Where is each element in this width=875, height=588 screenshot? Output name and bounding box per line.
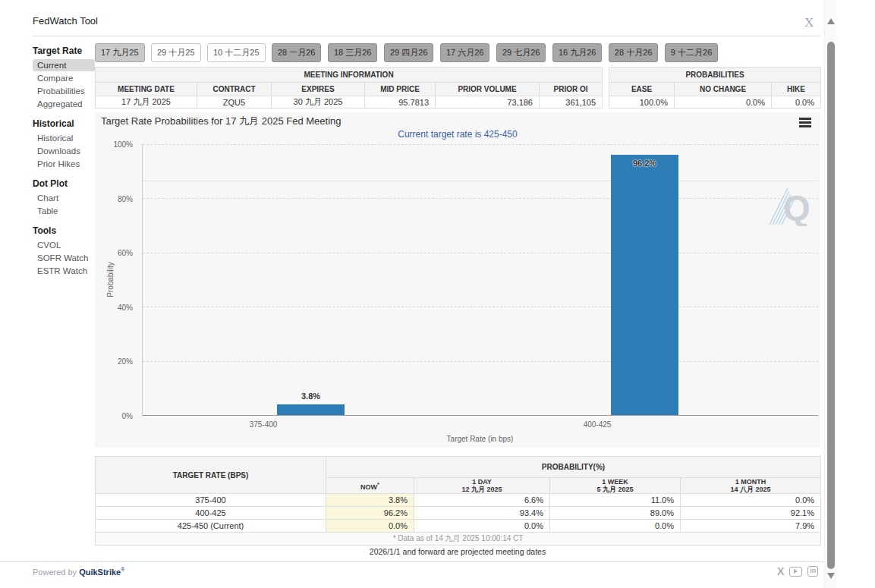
- sidebar-item-current[interactable]: Current: [33, 59, 95, 71]
- y-tick: 80%: [118, 194, 133, 203]
- x-category-label: 400-425: [552, 420, 643, 429]
- gridline: [143, 253, 818, 253]
- sidebar-item-chart[interactable]: Chart: [33, 192, 95, 204]
- sidebar-section-dot-plot: Dot Plot Chart Table: [33, 178, 95, 217]
- sidebar-item-estr-watch[interactable]: ESTR Watch: [33, 265, 95, 277]
- scroll-up-icon[interactable]: [827, 18, 835, 24]
- y-axis-tick-labels: 0% 20% 40% 60% 80% 100%: [95, 144, 137, 416]
- page-title: FedWatch Tool: [33, 15, 98, 27]
- table-row: 100.0% 0.0% 0.0%: [609, 96, 821, 108]
- sidebar-item-cvol[interactable]: CVOL: [33, 239, 95, 251]
- target-rate-probability-chart: Target Rate Probabilities for 17 九月 2025…: [95, 112, 820, 448]
- sidebar-item-sofr-watch[interactable]: SOFR Watch: [33, 252, 95, 264]
- sidebar-item-prior-hikes[interactable]: Prior Hikes: [33, 158, 95, 170]
- sidebar-item-downloads[interactable]: Downloads: [33, 145, 95, 157]
- col-header-target-rate-bps: TARGET RATE (BPS): [96, 457, 326, 494]
- col-header-ease: EASE: [609, 83, 675, 96]
- bar-value-label: 3.8%: [277, 391, 345, 401]
- sidebar-section-title: Historical: [33, 118, 95, 129]
- probabilities-title: PROBABILITIES: [609, 68, 821, 83]
- chart-context-menu-icon[interactable]: [799, 118, 811, 127]
- registered-mark: ®: [121, 567, 124, 572]
- day1-cell: 93.4%: [414, 507, 550, 520]
- now-cell: 0.0%: [326, 520, 414, 533]
- sidebar-item-compare[interactable]: Compare: [33, 72, 95, 84]
- sidebar-section-tools: Tools CVOL SOFR Watch ESTR Watch: [33, 225, 95, 277]
- col-header-prior-volume: PRIOR VOLUME: [436, 83, 540, 96]
- sidebar-item-table[interactable]: Table: [33, 205, 95, 217]
- x-axis-title: Target Rate (in bps): [142, 435, 818, 443]
- y-tick: 0%: [122, 412, 133, 420]
- gridline: [143, 307, 818, 307]
- col-header-hike: HIKE: [772, 83, 821, 96]
- youtube-icon[interactable]: [789, 567, 802, 577]
- meeting-info-title: MEETING INFORMATION: [96, 68, 603, 83]
- now-cell: 3.8%: [326, 494, 414, 507]
- day1-cell: 6.6%: [414, 494, 550, 507]
- sidebar-item-probabilities[interactable]: Probabilities: [33, 85, 95, 97]
- sidebar-section-title: Tools: [33, 225, 95, 236]
- target-rate-cell: 425-450 (Current): [96, 520, 326, 533]
- gridline: [143, 361, 818, 362]
- tab-meeting-date[interactable]: 29 十月25: [151, 43, 201, 62]
- tab-meeting-date[interactable]: 17 六月26: [440, 43, 490, 62]
- bar-375-400[interactable]: 3.8%: [277, 144, 345, 415]
- target-rate-cell: 375-400: [96, 494, 326, 507]
- prior-volume-value: 73,186: [436, 96, 540, 108]
- scrollbar-thumb[interactable]: [827, 42, 835, 569]
- gridline: [143, 198, 818, 199]
- col-header-now: NOW*: [326, 478, 414, 494]
- y-tick: 40%: [118, 303, 133, 311]
- chart-subtitle: Current target rate is 425-450: [95, 129, 820, 140]
- probability-history-table: TARGET RATE (BPS) PROBABILITY(%) NOW* 1 …: [95, 456, 821, 546]
- contract-value: ZQU5: [197, 96, 272, 108]
- tab-meeting-date[interactable]: 16 九月26: [552, 43, 603, 62]
- tab-meeting-date[interactable]: 29 四月26: [384, 43, 434, 62]
- vertical-scrollbar[interactable]: [824, 0, 836, 588]
- sidebar-section-title: Dot Plot: [33, 178, 95, 189]
- plot-band-line: [143, 181, 818, 181]
- x-social-icon[interactable]: X: [777, 565, 784, 577]
- week1-cell: 0.0%: [550, 520, 681, 533]
- col-header-1-month: 1 MONTH14 八月 2025: [681, 478, 821, 494]
- plot-area: 3.8% 96.2% Q: [142, 144, 818, 416]
- probabilities-summary-table: PROBABILITIES EASE NO CHANGE HIKE 100.0%…: [609, 67, 821, 108]
- tab-meeting-date[interactable]: 18 三月26: [328, 43, 378, 62]
- meeting-date-tabs: 17 九月25 29 十月25 10 十二月25 28 一月26 18 三月26…: [95, 43, 721, 62]
- expires-value: 30 九月 2025: [272, 96, 365, 108]
- fedwatch-tool-app: FedWatch Tool X Target Rate Current Comp…: [0, 0, 875, 588]
- week1-cell: 89.0%: [550, 507, 681, 520]
- tab-meeting-date[interactable]: 28 十月26: [609, 43, 659, 62]
- sidebar-item-historical[interactable]: Historical: [33, 132, 95, 144]
- bar-rect[interactable]: 3.8%: [277, 404, 345, 415]
- col-header-no-change: NO CHANGE: [675, 83, 772, 96]
- col-header-mid-price: MID PRICE: [365, 83, 436, 96]
- close-icon[interactable]: X: [804, 15, 814, 30]
- projected-dates-note: 2026/1/1 and forward are projected meeti…: [95, 547, 820, 556]
- day1-cell: 0.0%: [414, 520, 550, 533]
- scroll-down-icon[interactable]: [827, 573, 835, 579]
- chart-title: Target Rate Probabilities for 17 九月 2025…: [101, 115, 342, 128]
- tab-meeting-date[interactable]: 10 十二月25: [207, 43, 266, 62]
- tab-meeting-date[interactable]: 9 十二月26: [665, 43, 718, 62]
- linkedin-icon[interactable]: in: [807, 566, 818, 577]
- target-rate-cell: 400-425: [96, 507, 326, 520]
- y-tick: 20%: [118, 357, 133, 366]
- table-row: 375-400 3.8% 6.6% 11.0% 0.0%: [96, 494, 821, 507]
- sidebar-item-aggregated[interactable]: Aggregated: [33, 98, 95, 110]
- x-category-label: 375-400: [218, 420, 309, 429]
- gridline: [143, 144, 818, 145]
- quikstrike-link[interactable]: QuikStrike: [79, 568, 121, 577]
- tab-meeting-date[interactable]: 17 九月25: [95, 43, 145, 62]
- week1-cell: 11.0%: [550, 494, 681, 507]
- now-cell: 96.2%: [326, 507, 414, 520]
- bar-400-425[interactable]: 96.2%: [611, 144, 678, 415]
- bar-rect[interactable]: 96.2%: [611, 155, 678, 415]
- social-links: X in: [777, 565, 818, 577]
- tab-meeting-date[interactable]: 28 一月26: [272, 43, 322, 62]
- sidebar-section-target-rate: Target Rate Current Compare Probabilitie…: [33, 46, 95, 110]
- tab-meeting-date[interactable]: 29 七月26: [496, 43, 546, 62]
- prior-oi-value: 361,105: [540, 96, 603, 108]
- sidebar: Target Rate Current Compare Probabilitie…: [33, 46, 95, 285]
- sidebar-section-title: Target Rate: [33, 46, 95, 56]
